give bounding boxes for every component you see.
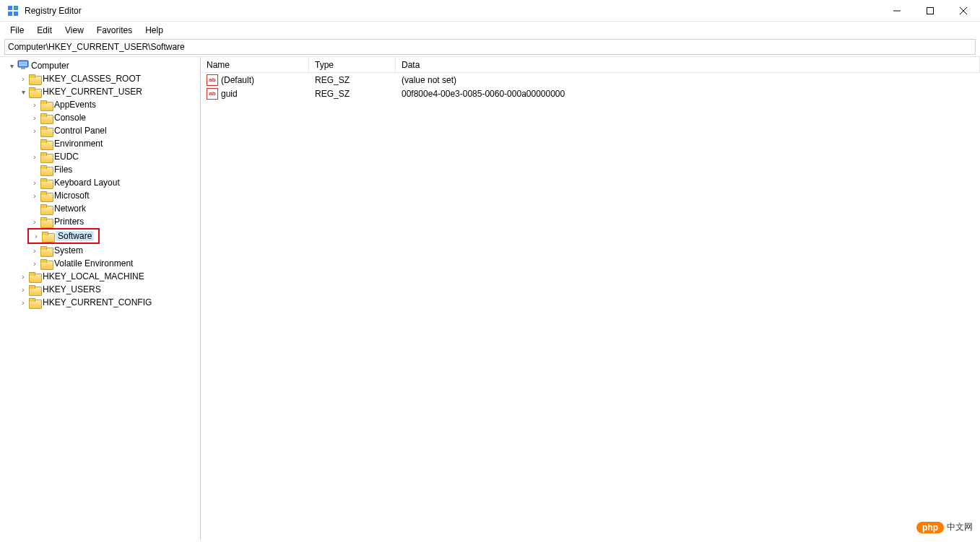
titlebar: Registry Editor bbox=[0, 0, 980, 22]
tree-label: Network bbox=[54, 204, 86, 214]
menu-help[interactable]: Help bbox=[139, 24, 169, 37]
chevron-right-icon[interactable]: › bbox=[30, 246, 39, 255]
menubar: File Edit View Favorites Help bbox=[0, 22, 980, 39]
window-title: Registry Editor bbox=[25, 6, 82, 16]
tree-label: Files bbox=[54, 165, 72, 175]
folder-icon bbox=[40, 139, 52, 149]
tree-item-software[interactable]: › Software bbox=[29, 230, 98, 242]
tree-hive-hkcu[interactable]: ▾ HKEY_CURRENT_USER bbox=[0, 85, 200, 98]
svg-rect-10 bbox=[19, 61, 27, 66]
folder-icon bbox=[29, 285, 40, 294]
tree-label: HKEY_CURRENT_USER bbox=[43, 87, 142, 97]
folder-icon bbox=[40, 178, 52, 188]
tree-hive-hku[interactable]: ›HKEY_USERS bbox=[0, 283, 200, 296]
folder-icon bbox=[40, 204, 52, 214]
tree-label: HKEY_USERS bbox=[43, 284, 101, 294]
tree-label: Console bbox=[54, 113, 86, 123]
chevron-right-icon[interactable]: › bbox=[30, 152, 39, 161]
col-data[interactable]: Data bbox=[396, 57, 980, 72]
tree-label: HKEY_LOCAL_MACHINE bbox=[43, 271, 144, 281]
tree-hive-hklm[interactable]: ›HKEY_LOCAL_MACHINE bbox=[0, 270, 200, 283]
values-pane[interactable]: Name Type Data ab(Default) REG_SZ (value… bbox=[201, 57, 980, 541]
tree-label: System bbox=[54, 245, 83, 255]
svg-point-4 bbox=[14, 6, 17, 9]
tree-pane[interactable]: ▾ Computer › HKEY_CLASSES_ROOT ▾ HKEY_CU… bbox=[0, 57, 201, 541]
annotation-highlight: › Software bbox=[27, 228, 100, 244]
string-value-icon: ab bbox=[207, 74, 218, 86]
app-icon bbox=[7, 5, 19, 17]
tree-item[interactable]: ›Microsoft bbox=[0, 189, 200, 202]
menu-edit[interactable]: Edit bbox=[31, 24, 58, 37]
tree-item[interactable]: Network bbox=[0, 202, 200, 215]
tree-item[interactable]: ›Printers bbox=[0, 215, 200, 228]
value-row[interactable]: ab(Default) REG_SZ (value not set) bbox=[201, 73, 980, 87]
folder-icon bbox=[29, 272, 40, 281]
tree-item[interactable]: Files bbox=[0, 163, 200, 176]
chevron-right-icon[interactable]: › bbox=[30, 217, 39, 226]
svg-rect-6 bbox=[927, 7, 934, 14]
value-data: (value not set) bbox=[396, 75, 980, 85]
value-data: 00f800e4-00e3-0085-0060-000a00000000 bbox=[396, 89, 980, 99]
chevron-right-icon[interactable]: › bbox=[19, 285, 27, 294]
folder-icon bbox=[40, 259, 52, 268]
close-button[interactable] bbox=[947, 0, 980, 22]
maximize-button[interactable] bbox=[914, 0, 947, 22]
tree-label: HKEY_CURRENT_CONFIG bbox=[43, 297, 152, 307]
blank-icon bbox=[30, 165, 39, 174]
col-name[interactable]: Name bbox=[201, 57, 309, 72]
folder-icon bbox=[40, 191, 52, 201]
computer-icon bbox=[17, 60, 29, 72]
tree-item[interactable]: Environment bbox=[0, 137, 200, 150]
tree-label: Printers bbox=[54, 217, 84, 227]
chevron-right-icon[interactable]: › bbox=[30, 100, 39, 109]
tree-item[interactable]: ›EUDC bbox=[0, 150, 200, 163]
value-name: (Default) bbox=[221, 75, 254, 85]
chevron-right-icon[interactable]: › bbox=[30, 178, 39, 187]
chevron-right-icon[interactable]: › bbox=[30, 126, 39, 135]
address-bar[interactable]: Computer\HKEY_CURRENT_USER\Software bbox=[4, 39, 976, 55]
blank-icon bbox=[30, 204, 39, 213]
value-row[interactable]: abguid REG_SZ 00f800e4-00e3-0085-0060-00… bbox=[201, 87, 980, 100]
tree-hive-hkcr[interactable]: › HKEY_CLASSES_ROOT bbox=[0, 72, 200, 85]
svg-rect-3 bbox=[14, 12, 18, 16]
chevron-down-icon[interactable]: ▾ bbox=[19, 87, 27, 96]
col-type[interactable]: Type bbox=[309, 57, 396, 72]
tree-item[interactable]: ›System bbox=[0, 244, 200, 257]
folder-icon bbox=[40, 165, 52, 175]
svg-rect-0 bbox=[8, 6, 12, 10]
tree-item[interactable]: ›Volatile Environment bbox=[0, 257, 200, 270]
tree-item[interactable]: ›Control Panel bbox=[0, 124, 200, 137]
tree-label: Microsoft bbox=[54, 191, 90, 201]
chevron-right-icon[interactable]: › bbox=[30, 259, 39, 268]
tree-item[interactable]: ›Console bbox=[0, 111, 200, 124]
tree-label: Keyboard Layout bbox=[54, 178, 120, 188]
tree-label-selected: Software bbox=[56, 231, 94, 241]
tree-label: Environment bbox=[54, 139, 103, 149]
chevron-right-icon[interactable]: › bbox=[32, 232, 40, 240]
main-pane: ▾ Computer › HKEY_CLASSES_ROOT ▾ HKEY_CU… bbox=[0, 56, 980, 541]
chevron-right-icon[interactable]: › bbox=[19, 272, 27, 281]
value-type: REG_SZ bbox=[309, 89, 396, 99]
minimize-button[interactable] bbox=[880, 0, 914, 22]
folder-icon bbox=[40, 126, 52, 136]
tree-item[interactable]: ›AppEvents bbox=[0, 98, 200, 111]
svg-rect-11 bbox=[21, 68, 25, 69]
chevron-right-icon[interactable]: › bbox=[30, 113, 39, 122]
chevron-right-icon[interactable]: › bbox=[30, 191, 39, 200]
menu-favorites[interactable]: Favorites bbox=[91, 24, 138, 37]
value-name: guid bbox=[221, 89, 238, 99]
column-headers: Name Type Data bbox=[201, 57, 980, 73]
chevron-down-icon[interactable]: ▾ bbox=[7, 61, 16, 70]
menu-file[interactable]: File bbox=[4, 24, 30, 37]
tree-item[interactable]: ›Keyboard Layout bbox=[0, 176, 200, 189]
folder-icon bbox=[42, 232, 53, 241]
chevron-right-icon[interactable]: › bbox=[19, 298, 27, 307]
tree-root[interactable]: ▾ Computer bbox=[0, 59, 200, 72]
menu-view[interactable]: View bbox=[59, 24, 90, 37]
tree-label: AppEvents bbox=[54, 100, 96, 110]
chevron-right-icon[interactable]: › bbox=[19, 74, 27, 83]
folder-icon bbox=[40, 152, 52, 162]
folder-icon bbox=[40, 100, 52, 110]
address-text: Computer\HKEY_CURRENT_USER\Software bbox=[8, 42, 185, 52]
tree-hive-hkcc[interactable]: ›HKEY_CURRENT_CONFIG bbox=[0, 296, 200, 309]
